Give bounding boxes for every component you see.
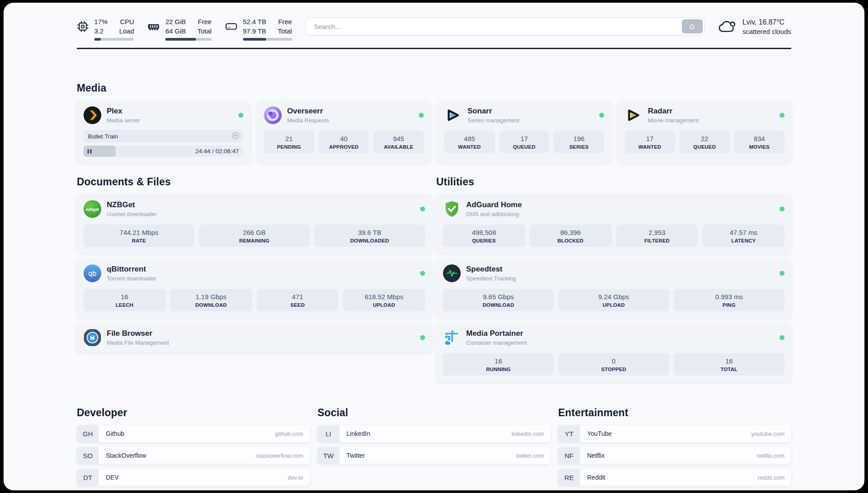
app-card-adguard: AdGuard Home DNS and adblocking 498,508 … [436,194,791,253]
bookmark-youtube[interactable]: YT YouTube youtube.com [558,425,791,442]
stat-movies: 834 MOVIES [734,131,785,153]
status-dot [780,335,785,340]
app-name: Sonarr [467,107,519,116]
bookmark-domain: twitter.com [516,452,544,459]
bookmark-dev[interactable]: DT DEV dev.to [77,469,310,486]
bookmark-name: YouTube [587,430,612,437]
bookmark-stackoverflow[interactable]: SO StackOverflow stackoverflow.com [77,447,310,464]
app-link-speedtest[interactable]: Speedtest Speedtest Tracking [443,264,785,282]
status-dot [420,271,425,276]
bookmark-domain: dev.to [288,474,303,481]
stat-remaining: 266 GB REMAINING [199,225,309,247]
status-dot [599,113,604,118]
playback-progress-fill [83,146,116,157]
search-input[interactable] [305,17,705,35]
app-link-radarr[interactable]: Radarr Movie management [625,106,785,124]
developer-section-title: Developer [77,407,310,419]
bookmark-abbr: YT [558,425,580,442]
stat-stopped: 0 STOPPED [558,353,669,376]
utilities-section-title: Utilities [436,176,791,188]
memory-widget: 22 GiB Free 64 GiB Total [147,17,212,41]
stat-running: 16 RUNNING [443,353,554,376]
dashboard: 17% CPU 3.2 Load 22 G [4,3,864,490]
app-description: Media File Management [107,339,169,346]
adguard-shield-icon [443,200,461,218]
bookmark-abbr: TW [317,447,339,464]
search-bar: G [305,17,705,35]
app-link-sonarr[interactable]: Sonarr Series management [444,106,604,124]
app-link-adguard[interactable]: AdGuard Home DNS and adblocking [443,200,785,218]
app-description: Series management [467,117,519,124]
app-name: Overseerr [287,107,329,116]
stat-rate: 744.21 Mbps RATE [83,225,194,247]
section-entertainment: Entertainment YT YouTube youtube.com NF … [558,407,791,490]
search-provider-button[interactable]: G [682,19,703,33]
disk-progress-fill [243,38,266,41]
playback-progress-bar[interactable]: 24:44 / 02:06:47 [83,146,243,157]
app-name: NZBGet [107,201,157,209]
bookmark-reddit[interactable]: RE Reddit reddit.com [558,469,791,486]
bookmark-domain: github.com [275,430,303,437]
status-dot [780,271,785,276]
bookmark-abbr: NF [558,447,580,464]
svg-text:qb: qb [88,270,96,277]
bookmark-abbr: DT [77,469,99,486]
stat-series: 196 SERIES [554,131,604,153]
app-link-portainer[interactable]: Media Portainer Container management [443,329,785,347]
radarr-icon [625,106,643,124]
bookmark-name: LinkedIn [346,430,370,437]
cpu-widget: 17% CPU 3.2 Load [77,17,134,41]
cpu-value-load: 3.2 [94,26,108,36]
app-card-filebrowser: File Browser Media File Management [77,323,432,352]
weather-location-temp: Lviv, 16.87°C [743,18,791,26]
svg-text:nzbget: nzbget [86,207,99,212]
stat-upload: 9.24 Gbps UPLOAD [558,289,669,311]
stat-wanted: 17 WANTED [625,131,675,153]
stat-latency: 47.57 ms LATENCY [702,225,785,247]
memory-free-value: 22 GiB [165,17,186,26]
media-type-icon [232,132,239,140]
app-link-overseerr[interactable]: Overseerr Media Requests [264,106,424,124]
now-playing-title: Bullet Train [88,133,118,140]
cpu-load-label: Load [119,26,134,36]
stat-queries: 498,508 QUERIES [443,225,525,247]
app-link-nzbget[interactable]: nzbget NZBGet Usenet downloader [83,200,425,218]
section-utilities: Utilities AdGuard Home DNS and adblockin… [436,176,791,387]
social-section-title: Social [317,407,551,419]
bookmark-domain: linkedin.com [512,430,544,437]
bookmark-name: Reddit [587,474,605,481]
app-description: DNS and adblocking [466,211,522,217]
status-dot [238,113,243,118]
bookmark-github[interactable]: GH Github github.com [77,425,310,442]
app-link-qbittorrent[interactable]: qb qBittorrent Torrent downloader [83,264,425,282]
cpu-progress-fill [94,38,101,41]
bookmark-abbr: GH [77,425,99,442]
bookmark-linkedin[interactable]: LI LinkedIn linkedin.com [317,425,551,442]
app-description: Torrent downloader [107,275,156,282]
bookmark-domain: reddit.com [757,474,785,481]
app-card-portainer: Media Portainer Container management 16 … [436,323,791,381]
playback-time: 24:44 / 02:06:47 [195,148,243,155]
bookmark-name: Netflix [587,452,605,459]
app-description: Speedtest Tracking [466,275,516,282]
speedtest-pulse-icon [443,264,461,282]
app-link-plex[interactable]: Plex Media server [83,106,243,124]
disk-total-label: Total [278,26,292,36]
weather-condition: scattered clouds [743,28,791,35]
stat-leech: 16 LEECH [83,289,166,311]
filebrowser-icon [83,329,101,347]
app-description: Media Requests [287,117,329,124]
app-link-filebrowser[interactable]: File Browser Media File Management [83,329,425,347]
bookmark-netflix[interactable]: NF Netflix netflix.com [558,447,791,464]
stat-queued: 22 QUEUED [680,131,730,153]
qbittorrent-icon: qb [83,264,101,282]
cpu-progress-track [94,38,134,41]
stat-pending: 21 PENDING [264,131,314,153]
bookmark-name: DEV [106,474,119,481]
bookmark-twitter[interactable]: TW Twitter twitter.com [317,447,551,464]
bookmark-abbr: SO [77,447,99,464]
stat-download: 1.19 Gbps DOWNLOAD [170,289,252,311]
status-dot [780,113,785,118]
now-playing-row: Bullet Train [83,130,243,142]
overseerr-icon [264,106,282,124]
